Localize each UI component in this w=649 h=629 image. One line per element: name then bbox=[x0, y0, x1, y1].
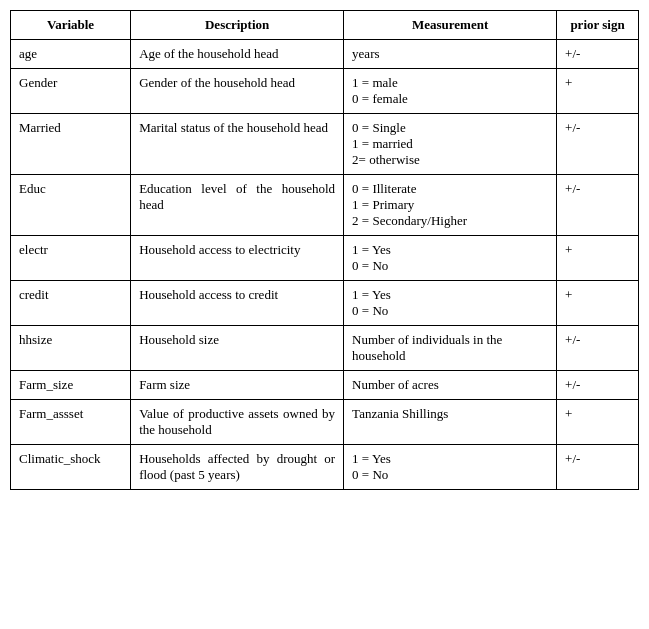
cell-description: Gender of the household head bbox=[131, 69, 344, 114]
cell-variable: Farm_assset bbox=[11, 400, 131, 445]
cell-prior: +/- bbox=[557, 40, 639, 69]
table-row: Farm_asssetValue of productive assets ow… bbox=[11, 400, 639, 445]
cell-measurement: years bbox=[344, 40, 557, 69]
table-row: creditHousehold access to credit1 = Yes0… bbox=[11, 281, 639, 326]
cell-variable: Farm_size bbox=[11, 371, 131, 400]
cell-prior: + bbox=[557, 281, 639, 326]
cell-description: Farm size bbox=[131, 371, 344, 400]
cell-variable: age bbox=[11, 40, 131, 69]
cell-prior: + bbox=[557, 400, 639, 445]
cell-description: Households affected by drought or flood … bbox=[131, 445, 344, 490]
cell-measurement: 0 = Single1 = married2= otherwise bbox=[344, 114, 557, 175]
header-measurement: Measurement bbox=[344, 11, 557, 40]
table-row: hhsizeHousehold sizeNumber of individual… bbox=[11, 326, 639, 371]
table-row: Farm_sizeFarm sizeNumber of acres+/- bbox=[11, 371, 639, 400]
cell-description: Household access to electricity bbox=[131, 236, 344, 281]
cell-variable: credit bbox=[11, 281, 131, 326]
cell-prior: +/- bbox=[557, 175, 639, 236]
table-row: ageAge of the household headyears+/- bbox=[11, 40, 639, 69]
cell-description: Education level of the household head bbox=[131, 175, 344, 236]
cell-measurement: 1 = Yes0 = No bbox=[344, 281, 557, 326]
header-variable: Variable bbox=[11, 11, 131, 40]
table-row: EducEducation level of the household hea… bbox=[11, 175, 639, 236]
cell-variable: Gender bbox=[11, 69, 131, 114]
cell-measurement: 0 = Illiterate1 = Primary2 = Secondary/H… bbox=[344, 175, 557, 236]
cell-description: Household size bbox=[131, 326, 344, 371]
cell-description: Value of productive assets owned by the … bbox=[131, 400, 344, 445]
table-header-row: Variable Description Measurement prior s… bbox=[11, 11, 639, 40]
cell-prior: + bbox=[557, 236, 639, 281]
cell-measurement: 1 = male0 = female bbox=[344, 69, 557, 114]
cell-prior: +/- bbox=[557, 326, 639, 371]
table-row: GenderGender of the household head1 = ma… bbox=[11, 69, 639, 114]
cell-measurement: Tanzania Shillings bbox=[344, 400, 557, 445]
header-prior: prior sign bbox=[557, 11, 639, 40]
cell-description: Marital status of the household head bbox=[131, 114, 344, 175]
cell-prior: + bbox=[557, 69, 639, 114]
cell-variable: Educ bbox=[11, 175, 131, 236]
table-container: Variable Description Measurement prior s… bbox=[0, 0, 649, 500]
cell-variable: electr bbox=[11, 236, 131, 281]
cell-variable: hhsize bbox=[11, 326, 131, 371]
cell-variable: Married bbox=[11, 114, 131, 175]
table-row: MarriedMarital status of the household h… bbox=[11, 114, 639, 175]
cell-measurement: Number of acres bbox=[344, 371, 557, 400]
table-row: electrHousehold access to electricity1 =… bbox=[11, 236, 639, 281]
cell-prior: +/- bbox=[557, 371, 639, 400]
cell-measurement: 1 = Yes0 = No bbox=[344, 236, 557, 281]
cell-prior: +/- bbox=[557, 114, 639, 175]
cell-description: Household access to credit bbox=[131, 281, 344, 326]
cell-variable: Climatic_shock bbox=[11, 445, 131, 490]
variables-table: Variable Description Measurement prior s… bbox=[10, 10, 639, 490]
cell-measurement: 1 = Yes0 = No bbox=[344, 445, 557, 490]
cell-measurement: Number of individuals in the household bbox=[344, 326, 557, 371]
cell-prior: +/- bbox=[557, 445, 639, 490]
header-description: Description bbox=[131, 11, 344, 40]
cell-description: Age of the household head bbox=[131, 40, 344, 69]
table-row: Climatic_shockHouseholds affected by dro… bbox=[11, 445, 639, 490]
